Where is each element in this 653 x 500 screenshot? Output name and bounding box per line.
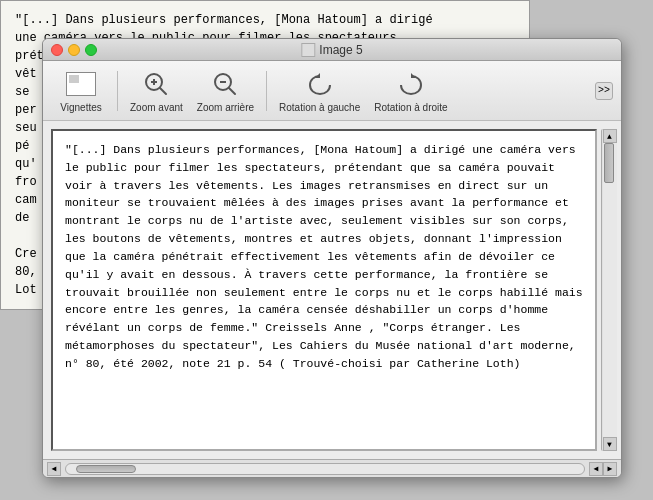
rotation-droite-icon xyxy=(397,70,425,98)
traffic-lights xyxy=(51,44,97,56)
close-button[interactable] xyxy=(51,44,63,56)
vertical-scrollbar: ▲ ▼ xyxy=(601,129,617,451)
rotation-gauche-button[interactable]: Rotation à gauche xyxy=(273,65,366,116)
rotation-gauche-icon xyxy=(306,70,334,98)
scroll-down-arrow[interactable]: ▼ xyxy=(603,437,617,451)
bottom-bar: ◀ ◀ ▶ xyxy=(43,459,621,477)
svg-marker-7 xyxy=(315,73,320,78)
svg-marker-8 xyxy=(411,73,416,78)
scroll-thumb-h[interactable] xyxy=(76,465,136,473)
text-body: "[...] Dans plusieurs performances, [Mon… xyxy=(65,143,583,370)
zoom-avant-icon-area xyxy=(140,68,172,100)
vignettes-icon xyxy=(66,72,96,96)
svg-line-6 xyxy=(229,88,235,94)
rotation-droite-label: Rotation à droite xyxy=(374,102,447,113)
svg-line-3 xyxy=(160,88,166,94)
zoom-arriere-label: Zoom arrière xyxy=(197,102,254,113)
zoom-in-icon xyxy=(142,70,170,98)
title-icon xyxy=(301,43,315,57)
rotation-droite-icon-area xyxy=(395,68,427,100)
scroll-up-arrow[interactable]: ▲ xyxy=(603,129,617,143)
zoom-avant-button[interactable]: Zoom avant xyxy=(124,65,189,116)
rotation-gauche-icon-area xyxy=(304,68,336,100)
toolbar-separator-1 xyxy=(117,71,118,111)
scroll-right-arrow-1[interactable]: ◀ xyxy=(589,462,603,476)
image-window: Image 5 Vignettes Zoom avant xyxy=(42,38,622,478)
scroll-track-v[interactable] xyxy=(603,143,617,437)
minimize-button[interactable] xyxy=(68,44,80,56)
window-title: Image 5 xyxy=(301,43,362,57)
scroll-track-h[interactable] xyxy=(65,463,585,475)
vignettes-icon-area xyxy=(65,68,97,100)
toolbar-right: >> xyxy=(595,82,613,100)
scroll-right-arrow-2[interactable]: ▶ xyxy=(603,462,617,476)
content-area: "[...] Dans plusieurs performances, [Mon… xyxy=(43,121,621,459)
zoom-avant-label: Zoom avant xyxy=(130,102,183,113)
vignettes-button[interactable]: Vignettes xyxy=(51,65,111,116)
zoom-arriere-button[interactable]: Zoom arrière xyxy=(191,65,260,116)
scroll-left-arrow[interactable]: ◀ xyxy=(47,462,61,476)
toolbar: Vignettes Zoom avant xyxy=(43,61,621,121)
rotation-droite-button[interactable]: Rotation à droite xyxy=(368,65,453,116)
title-bar: Image 5 xyxy=(43,39,621,61)
maximize-button[interactable] xyxy=(85,44,97,56)
vignettes-label: Vignettes xyxy=(60,102,102,113)
scroll-thumb-v[interactable] xyxy=(604,143,614,183)
rotation-gauche-label: Rotation à gauche xyxy=(279,102,360,113)
toolbar-separator-2 xyxy=(266,71,267,111)
text-content[interactable]: "[...] Dans plusieurs performances, [Mon… xyxy=(51,129,597,451)
zoom-out-icon xyxy=(211,70,239,98)
zoom-arriere-icon-area xyxy=(209,68,241,100)
expand-button[interactable]: >> xyxy=(595,82,613,100)
